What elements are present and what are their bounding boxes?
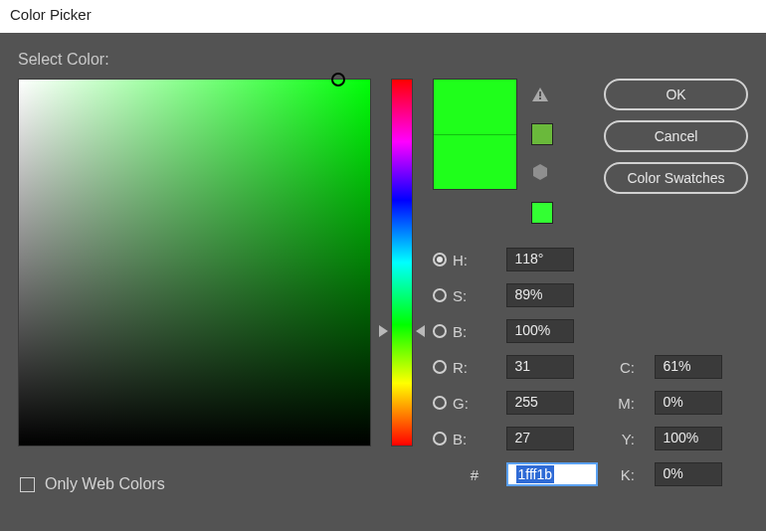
b2-mode[interactable]: B:: [433, 431, 486, 447]
g-radio[interactable]: [433, 396, 447, 410]
y-label: Y:: [617, 431, 635, 447]
c-input[interactable]: 61%: [655, 355, 722, 379]
r-input[interactable]: 31: [506, 355, 574, 379]
b2-radio[interactable]: [433, 432, 447, 445]
main-layout: OK Cancel Color Swatches H: 118° S: 89% …: [18, 79, 748, 486]
hue-slider[interactable]: [391, 79, 413, 446]
b-mode[interactable]: B:: [433, 323, 486, 340]
hex-input[interactable]: 1fff1b: [506, 462, 598, 486]
b-input[interactable]: 100%: [506, 319, 574, 343]
nearest-color-swatch[interactable]: [531, 123, 553, 145]
k-label: K:: [617, 466, 635, 483]
g-input[interactable]: 255: [506, 391, 574, 415]
c-label: C:: [617, 359, 635, 376]
color-swatch[interactable]: [433, 79, 517, 190]
previous-color-swatch[interactable]: [434, 134, 516, 190]
checkbox-icon[interactable]: [20, 477, 35, 492]
cancel-button[interactable]: Cancel: [604, 120, 748, 152]
k-input[interactable]: 0%: [655, 462, 722, 486]
window-title: Color Picker: [10, 6, 92, 23]
r-radio[interactable]: [433, 360, 447, 374]
color-field-marker[interactable]: [331, 73, 345, 87]
button-column: OK Cancel Color Swatches: [604, 79, 748, 224]
color-swatches-button[interactable]: Color Swatches: [604, 162, 748, 194]
y-input[interactable]: 100%: [655, 427, 722, 450]
saturation-brightness-field[interactable]: [18, 79, 371, 446]
h-input[interactable]: 118°: [506, 248, 574, 271]
only-web-colors-checkbox[interactable]: Only Web Colors: [20, 475, 165, 493]
svg-rect-1: [539, 97, 541, 99]
websafe-warning-icon[interactable]: [531, 163, 553, 184]
r-mode[interactable]: R:: [433, 359, 486, 376]
svg-rect-0: [539, 91, 541, 96]
value-grid: H: 118° S: 89% B: 100% R: 31 C: 61% G: [433, 248, 748, 486]
gamut-warning-icon[interactable]: [531, 87, 553, 105]
h-mode[interactable]: H:: [433, 252, 486, 268]
hue-handle-left[interactable]: [379, 325, 388, 337]
window-titlebar: Color Picker: [0, 0, 766, 33]
swatch-side-icons: [531, 79, 553, 224]
hue-bar[interactable]: [391, 79, 413, 446]
s-input[interactable]: 89%: [506, 283, 574, 307]
swatch-row: OK Cancel Color Swatches: [433, 79, 748, 224]
s-mode[interactable]: S:: [433, 287, 486, 304]
hex-hash: #: [433, 466, 479, 483]
ok-button[interactable]: OK: [604, 79, 748, 110]
right-column: OK Cancel Color Swatches H: 118° S: 89% …: [433, 79, 748, 486]
h-radio[interactable]: [433, 253, 447, 266]
select-color-label: Select Color:: [18, 51, 748, 69]
new-color-swatch[interactable]: [434, 80, 516, 134]
m-label: M:: [617, 395, 635, 412]
s-radio[interactable]: [433, 288, 447, 302]
m-input[interactable]: 0%: [655, 391, 722, 415]
b2-input[interactable]: 27: [506, 427, 574, 450]
only-web-label: Only Web Colors: [45, 475, 165, 493]
websafe-color-swatch[interactable]: [531, 202, 553, 224]
b-radio[interactable]: [433, 324, 447, 338]
color-picker-panel: Select Color:: [0, 33, 766, 531]
g-mode[interactable]: G:: [433, 395, 486, 412]
hue-handle-right[interactable]: [416, 325, 425, 337]
